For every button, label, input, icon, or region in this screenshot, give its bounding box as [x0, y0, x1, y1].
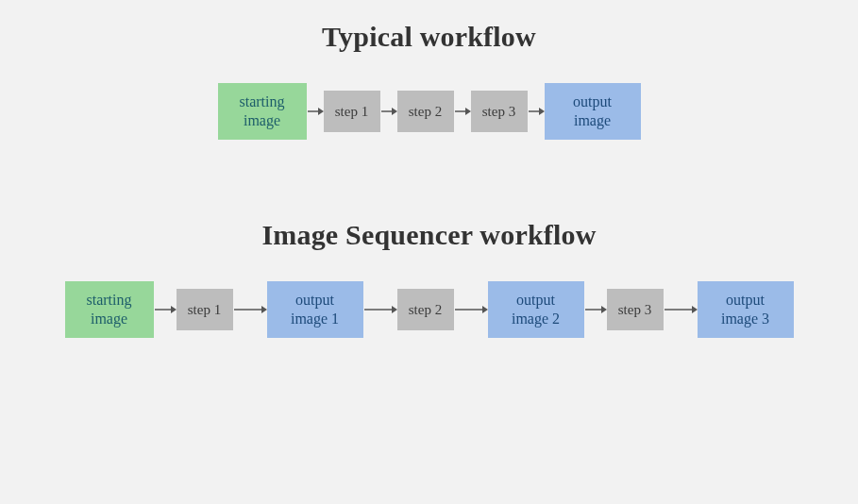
- starting-image-box: starting image: [218, 83, 307, 140]
- arrow-icon: [307, 106, 324, 117]
- typical-workflow-title: Typical workflow: [322, 21, 536, 53]
- step-1-box: step 1: [177, 289, 233, 330]
- arrow-icon: [664, 304, 698, 315]
- arrow-icon: [454, 106, 471, 117]
- arrow-icon: [233, 304, 267, 315]
- output-image-box: output image: [545, 83, 641, 140]
- arrow-icon: [154, 304, 177, 315]
- arrow-icon: [528, 106, 545, 117]
- step-2-box: step 2: [397, 289, 454, 330]
- arrow-icon: [380, 106, 397, 117]
- arrow-icon: [363, 304, 397, 315]
- typical-workflow-row: starting image step 1 step 2 step 3 outp…: [218, 83, 641, 140]
- sequencer-workflow-title: Image Sequencer workflow: [261, 219, 596, 251]
- output-image-2-box: output image 2: [488, 281, 584, 338]
- output-image-3-box: output image 3: [698, 281, 794, 338]
- starting-image-box: starting image: [65, 281, 154, 338]
- arrow-icon: [454, 304, 488, 315]
- sequencer-workflow-row: starting image step 1 output image 1 ste…: [65, 281, 794, 338]
- output-image-1-box: output image 1: [267, 281, 363, 338]
- arrow-icon: [584, 304, 607, 315]
- typical-workflow-section: Typical workflow starting image step 1 s…: [0, 0, 858, 140]
- sequencer-workflow-section: Image Sequencer workflow starting image …: [0, 140, 858, 338]
- step-3-box: step 3: [471, 91, 528, 132]
- step-1-box: step 1: [324, 91, 380, 132]
- step-2-box: step 2: [397, 91, 454, 132]
- step-3-box: step 3: [607, 289, 664, 330]
